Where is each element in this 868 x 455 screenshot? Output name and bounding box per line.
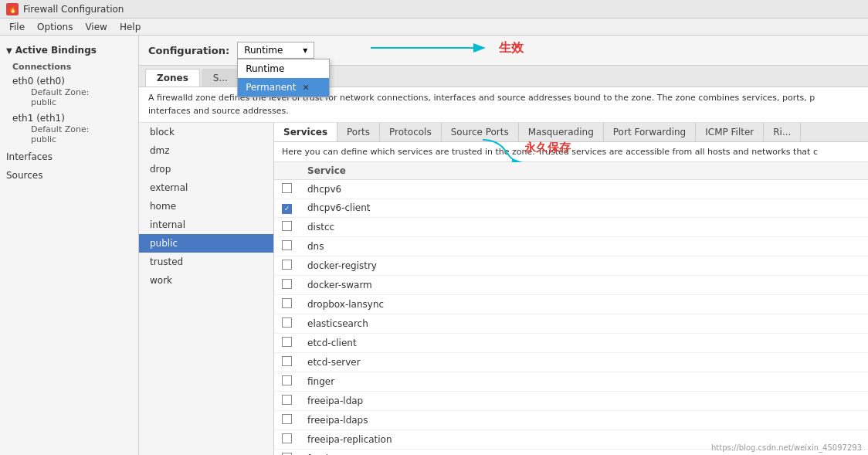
menu-file[interactable]: File	[3, 20, 31, 34]
title-text: Firewall Configuration	[23, 4, 124, 15]
table-row: etcd-server	[274, 352, 868, 372]
menu-help[interactable]: Help	[114, 20, 147, 34]
table-row: ✓ dhcpv6-client	[274, 199, 868, 218]
zone-drop[interactable]: drop	[139, 160, 273, 178]
menubar: File Options View Help	[0, 19, 868, 36]
sidebar-sources[interactable]: Sources	[0, 166, 138, 185]
table-row: finger	[274, 372, 868, 391]
tab-ri[interactable]: Ri...	[764, 123, 801, 141]
services-desc: Here you can define which services are t…	[274, 142, 868, 162]
zone-public[interactable]: public	[139, 234, 273, 253]
sidebar-eth0[interactable]: eth0 (eth0) Default Zone: public	[0, 73, 138, 110]
service-checkbox[interactable]	[282, 395, 292, 405]
sidebar-eth1[interactable]: eth1 (eth1) Default Zone: public	[0, 110, 138, 148]
service-checkbox[interactable]	[282, 414, 292, 424]
config-dropdown[interactable]: Runtime ▾ Runtime Permanent ✕	[237, 42, 314, 59]
service-name: dropbox-lansync	[300, 294, 868, 314]
service-checkbox[interactable]	[282, 240, 292, 250]
close-icon: ✕	[302, 83, 309, 93]
service-checkbox[interactable]	[282, 221, 292, 231]
config-dropdown-btn[interactable]: Runtime ▾	[237, 42, 314, 59]
service-name: dns	[300, 236, 868, 256]
config-label: Configuration:	[148, 45, 229, 56]
service-checkbox[interactable]	[282, 183, 292, 193]
app-icon: 🔥	[6, 3, 19, 15]
col-service-header: Service	[300, 162, 868, 180]
option-runtime[interactable]: Runtime	[238, 59, 329, 78]
service-name: dhcpv6	[300, 180, 868, 199]
menu-view[interactable]: View	[79, 20, 113, 34]
table-row: dns	[274, 236, 868, 256]
zone-internal[interactable]: internal	[139, 216, 273, 234]
service-checkbox[interactable]	[282, 375, 292, 385]
option-permanent[interactable]: Permanent ✕	[238, 78, 329, 97]
inner-layout: block dmz drop external home internal pu…	[139, 123, 868, 455]
service-checkbox[interactable]	[282, 337, 292, 347]
config-current: Runtime	[244, 45, 283, 56]
zone-trusted[interactable]: trusted	[139, 253, 273, 271]
zone-external[interactable]: external	[139, 178, 273, 197]
table-row: freeipa-ldaps	[274, 410, 868, 430]
zone-list: block dmz drop external home internal pu…	[139, 123, 274, 455]
table-row: dhcpv6	[274, 180, 868, 199]
collapse-arrow: ▼	[6, 46, 12, 55]
eth1-sub: Default Zone: public	[12, 124, 126, 145]
eth0-label: eth0 (eth0)	[12, 76, 126, 87]
connections-label: Connections	[0, 59, 138, 73]
service-checkbox[interactable]	[282, 279, 292, 289]
table-row: freeipa-ldap	[274, 391, 868, 410]
service-checkbox[interactable]	[282, 298, 292, 308]
service-name: freeipa-ldaps	[300, 410, 868, 430]
service-name: docker-registry	[300, 256, 868, 275]
main-layout: ▼ Active Bindings Connections eth0 (eth0…	[0, 36, 868, 455]
tab-protocols[interactable]: Protocols	[380, 123, 442, 141]
services-panel: Services Ports Protocols Source Ports Ma…	[274, 123, 868, 455]
titlebar: 🔥 Firewall Configuration	[0, 0, 868, 19]
content-area: Configuration: Runtime ▾ Runtime Permane…	[139, 36, 868, 455]
config-row: Configuration: Runtime ▾ Runtime Permane…	[139, 36, 868, 66]
service-name: elasticsearch	[300, 314, 868, 333]
active-bindings-label: Active Bindings	[15, 45, 97, 56]
service-checkbox[interactable]: ✓	[282, 204, 292, 214]
tab-icmp-filter[interactable]: ICMP Filter	[696, 123, 764, 141]
tab-services-outer[interactable]: S...	[202, 69, 239, 87]
table-row: distcc	[274, 217, 868, 236]
config-arrow-svg	[363, 36, 494, 60]
service-table: Service dhcpv6 ✓ dhcpv6-client distcc	[274, 162, 868, 455]
tab-source-ports[interactable]: Source Ports	[442, 123, 519, 141]
eth1-label: eth1 (eth1)	[12, 113, 126, 124]
tab-zones[interactable]: Zones	[145, 69, 200, 87]
sidebar: ▼ Active Bindings Connections eth0 (eth0…	[0, 36, 139, 455]
config-dropdown-menu: Runtime Permanent ✕	[237, 59, 330, 97]
option-runtime-label: Runtime	[246, 63, 284, 74]
service-name: etcd-client	[300, 333, 868, 352]
eth0-sub: Default Zone: public	[12, 87, 126, 108]
services-tabs: Services Ports Protocols Source Ports Ma…	[274, 123, 868, 142]
table-row: docker-registry	[274, 256, 868, 275]
table-row: etcd-client	[274, 333, 868, 352]
tab-ports[interactable]: Ports	[337, 123, 380, 141]
service-name: finger	[300, 372, 868, 391]
menu-options[interactable]: Options	[31, 20, 79, 34]
service-name: freeipa-ldap	[300, 391, 868, 410]
active-bindings-header[interactable]: ▼ Active Bindings	[0, 42, 138, 59]
table-row: docker-swarm	[274, 275, 868, 294]
option-permanent-label: Permanent	[246, 82, 296, 93]
zone-work[interactable]: work	[139, 271, 273, 290]
service-checkbox[interactable]	[282, 356, 292, 366]
services-desc-container: Here you can define which services are t…	[274, 142, 868, 162]
tab-services[interactable]: Services	[274, 123, 337, 141]
tab-masquerading[interactable]: Masquerading	[519, 123, 604, 141]
annotation-top: 生效	[499, 40, 524, 56]
service-checkbox[interactable]	[282, 317, 292, 328]
zone-block[interactable]: block	[139, 123, 273, 141]
tab-port-forwarding[interactable]: Port Forwarding	[604, 123, 696, 141]
service-checkbox[interactable]	[282, 453, 292, 456]
service-checkbox[interactable]	[282, 260, 292, 270]
zone-home[interactable]: home	[139, 197, 273, 216]
sidebar-interfaces[interactable]: Interfaces	[0, 148, 138, 166]
zone-dmz[interactable]: dmz	[139, 141, 273, 160]
service-checkbox[interactable]	[282, 433, 292, 443]
service-name: dhcpv6-client	[300, 199, 868, 218]
dropdown-arrow-icon: ▾	[303, 45, 307, 56]
